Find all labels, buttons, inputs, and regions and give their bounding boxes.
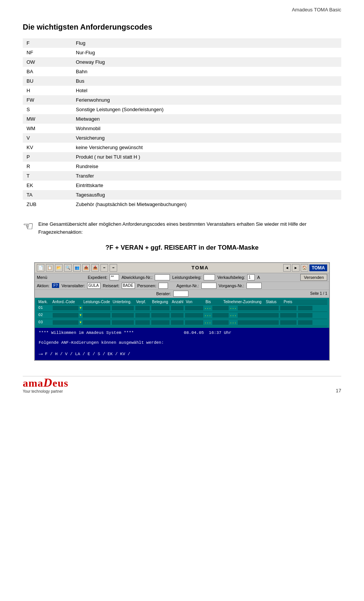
data-cell-input[interactable]	[237, 320, 279, 325]
col-header-anz: Anzahl	[172, 300, 185, 304]
veranstalter-input[interactable]	[87, 283, 100, 289]
page-number: 17	[336, 388, 341, 393]
nav-icon-1: ◀	[283, 264, 291, 272]
table-row: HHotel	[23, 86, 341, 95]
description-cell: Sonstige Leistungen (Sonderleistungen)	[72, 105, 341, 114]
reiseart-input[interactable]	[122, 283, 135, 289]
table-row: VVersicherung	[23, 133, 341, 143]
description-cell: Produkt ( nur bei TUI statt H )	[72, 152, 341, 162]
seite-text: Seite 1 / 1	[310, 291, 327, 296]
code-cell: EK	[23, 181, 72, 190]
code-cell: FW	[23, 95, 72, 105]
terminal-arrow-line: →F / H / V / LA / E / S / EK / KV /	[39, 350, 325, 358]
codes-table: FFlugNFNur-FlugOWOneway FlugBABahnBUBusH…	[23, 38, 341, 209]
table-row: NFNur-Flug	[23, 48, 341, 57]
code-cell: NF	[23, 48, 72, 57]
data-cell-input[interactable]	[151, 305, 170, 311]
anford-code-input[interactable]	[52, 320, 79, 325]
data-cell-input[interactable]	[280, 313, 297, 318]
verkaufsbeleg-input[interactable]	[247, 274, 255, 280]
table-row: SSonstige Leistungen (Sonderleistungen)	[23, 105, 341, 114]
data-cell-input[interactable]	[111, 313, 134, 318]
data-cell-input[interactable]	[111, 305, 134, 311]
versenden-button[interactable]: Versenden	[300, 274, 327, 281]
toolbar-icon-3: 📂	[55, 264, 63, 272]
data-cell-input[interactable]	[237, 313, 279, 318]
data-cell-input[interactable]	[151, 313, 170, 318]
menu-label: Menü	[37, 275, 47, 280]
anford-code-input[interactable]	[52, 313, 79, 318]
amadeus-logo: amaDeus Your technology partner	[23, 376, 68, 393]
table-row: MWMietwagen	[23, 114, 341, 124]
table-row: TATagesausflug	[23, 190, 341, 200]
description-cell: Wohnmobil	[72, 124, 341, 133]
abwick-input[interactable]	[155, 274, 170, 280]
data-area: Mark. Anford.-Code Leistungs-Code Unterb…	[35, 298, 329, 328]
vorgangs-input[interactable]	[246, 283, 262, 289]
data-cell-input[interactable]	[82, 320, 111, 325]
anford-code-input[interactable]	[52, 305, 79, 311]
leistungsbeleg-input[interactable]	[204, 274, 215, 280]
code-cell: F	[23, 38, 72, 48]
table-row: KVkeine Versicherung gewünscht	[23, 143, 341, 152]
data-cell-input[interactable]	[298, 313, 313, 318]
data-cell-input[interactable]	[111, 320, 134, 325]
data-cell-input[interactable]	[280, 320, 297, 325]
arrow-icon: →	[39, 350, 43, 358]
data-cell-input[interactable]	[185, 320, 204, 325]
data-cell-input[interactable]	[171, 305, 184, 311]
data-cell-input[interactable]	[135, 305, 150, 311]
terminal-line: F / H / V / LA / E / S / EK / KV /	[45, 352, 130, 356]
description-cell: Bahn	[72, 67, 341, 76]
terminal-line	[39, 335, 325, 340]
description-cell: Nur-Flug	[72, 48, 341, 57]
code-cell: P	[23, 152, 72, 162]
col-header-beleg: Belegung	[152, 300, 171, 304]
screen-row-2: Aktion: F? Veranstalter: Reiseart: Perso…	[35, 282, 329, 290]
agentur-input[interactable]	[201, 283, 217, 289]
screen-row-1: Menü Expedient: Abwicklungs-Nr.: Leistun…	[35, 273, 329, 282]
code-cell: MW	[23, 114, 72, 124]
data-cell-input[interactable]	[82, 313, 111, 318]
data-cell-input[interactable]	[298, 305, 313, 311]
logo-tagline: Your technology partner	[23, 389, 68, 393]
col-header-teiln: Teilnehmer-Zuordnung	[223, 300, 265, 304]
data-cell-input[interactable]	[212, 305, 229, 311]
data-cell-input[interactable]	[212, 313, 229, 318]
expedient-input[interactable]	[110, 274, 119, 280]
toolbar-icon-6: 📤	[82, 264, 90, 272]
col-header-bis: Bis	[206, 300, 223, 304]
data-cell-input[interactable]	[171, 313, 184, 318]
description-cell: Flug	[72, 38, 341, 48]
leistungsbeleg-label: Leistungsbeleg:	[172, 275, 201, 280]
data-cell-input[interactable]	[185, 305, 204, 311]
data-cell-input[interactable]	[151, 320, 170, 325]
data-cell-input[interactable]	[135, 313, 150, 318]
berater-input[interactable]	[173, 291, 188, 297]
personen-input[interactable]	[158, 283, 168, 289]
screen-row-3: Berater: Seite 1 / 1	[35, 290, 329, 298]
code-cell: BA	[23, 67, 72, 76]
toolbar-icon-4: 🔍	[64, 264, 72, 272]
data-cell-input[interactable]	[280, 305, 297, 311]
col-header-verpf: Verpf.	[136, 300, 151, 304]
table-row: RRundreise	[23, 162, 341, 171]
description-cell: Tagesausflug	[72, 190, 341, 200]
data-cell-input[interactable]	[185, 313, 204, 318]
table-row: EKEintrittskarte	[23, 181, 341, 190]
data-cell-input[interactable]	[298, 320, 313, 325]
data-row: O1▼......	[37, 305, 327, 312]
description-cell: Eintrittskarte	[72, 181, 341, 190]
data-cell-input[interactable]	[135, 320, 150, 325]
description-cell: Mietwagen	[72, 114, 341, 124]
description-cell: Hotel	[72, 86, 341, 95]
data-cell-input[interactable]	[171, 320, 184, 325]
code-cell: R	[23, 162, 72, 171]
terminal-line: **** Willkommen im Amadeus System **** 0…	[39, 330, 325, 335]
data-cell-input[interactable]	[212, 320, 229, 325]
description-cell: Ferienwohnung	[72, 95, 341, 105]
data-cell-input[interactable]	[82, 305, 111, 311]
data-cell-input[interactable]	[237, 305, 279, 311]
verkaufsbeleg-suffix: A	[257, 275, 260, 280]
command-line: ?F + VERAN + ggf. REISEART in der TOMA-M…	[23, 244, 341, 252]
